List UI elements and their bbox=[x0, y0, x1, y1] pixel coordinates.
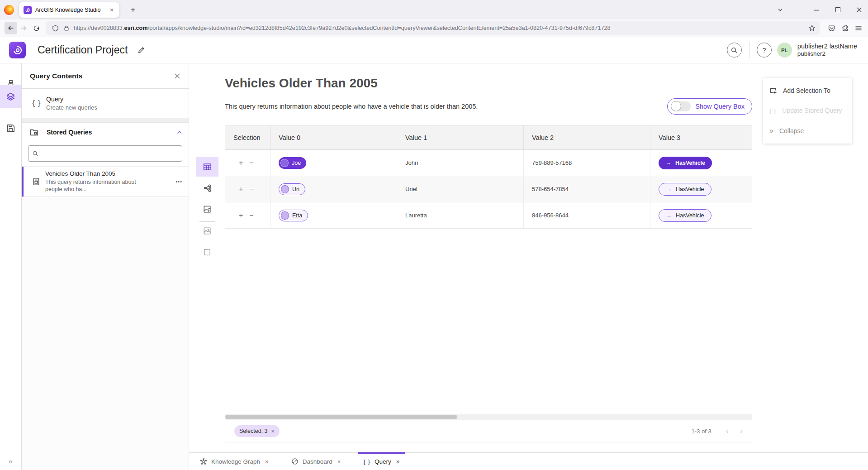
entity-dot-icon bbox=[281, 185, 289, 193]
pocket-icon[interactable] bbox=[825, 21, 838, 35]
value2-cell: 846-956-8644 bbox=[524, 202, 650, 228]
selected-indicator bbox=[22, 167, 24, 197]
entity-pill[interactable]: Joe bbox=[279, 157, 306, 169]
stored-queries-search[interactable] bbox=[28, 145, 182, 162]
toggle-switch bbox=[671, 101, 691, 111]
expand-rail-icon[interactable]: » bbox=[0, 456, 21, 466]
selection-tool-icon[interactable] bbox=[196, 242, 218, 262]
table-footer: Selected: 3 × 1-3 of 3 ‹ › bbox=[225, 420, 752, 442]
add-to-selection-button[interactable]: + bbox=[239, 212, 243, 219]
menu-item-update-stored-query[interactable]: { } Update Stored Query bbox=[763, 101, 852, 120]
page-title: Vehicles Older Than 2005 bbox=[225, 76, 378, 91]
panel-close-icon[interactable] bbox=[172, 71, 182, 81]
window-close-button[interactable] bbox=[849, 0, 868, 19]
entity-pill[interactable]: Uri bbox=[279, 183, 305, 195]
window-restore-button[interactable] bbox=[827, 0, 848, 19]
header-divider bbox=[749, 42, 749, 58]
add-to-selection-button[interactable]: + bbox=[239, 186, 243, 193]
table-empty-area bbox=[225, 229, 752, 414]
contents-layers-rail-icon[interactable] bbox=[0, 85, 21, 108]
entity-dot-icon bbox=[281, 211, 289, 220]
tracking-shield-icon[interactable] bbox=[52, 25, 59, 32]
help-button[interactable]: ? bbox=[757, 43, 772, 58]
query-results-table: Selection Value 0 Value 1 Value 2 Value … bbox=[225, 125, 752, 442]
dashboard-gauge-icon bbox=[291, 458, 299, 465]
relationship-pill[interactable]: →HasVehicle bbox=[659, 157, 712, 169]
tab-close-icon[interactable]: × bbox=[108, 5, 116, 14]
relationship-pill[interactable]: →HasVehicle bbox=[659, 183, 711, 196]
search-button[interactable] bbox=[727, 43, 742, 58]
menu-item-add-selection-to[interactable]: Add Selection To bbox=[763, 82, 852, 100]
relationship-pill[interactable]: →HasVehicle bbox=[659, 209, 711, 222]
reload-button[interactable] bbox=[30, 22, 43, 34]
add-to-selection-button[interactable]: + bbox=[239, 159, 243, 167]
query-item-description: Create new queries bbox=[46, 104, 97, 111]
query-item-label: Query bbox=[46, 96, 97, 103]
save-rail-icon[interactable] bbox=[0, 117, 21, 139]
folder-icon bbox=[30, 128, 38, 137]
browser-tab-strip: ArcGIS Knowledge Studio × + bbox=[0, 0, 868, 19]
forward-button[interactable] bbox=[17, 22, 30, 34]
remove-from-selection-button[interactable]: − bbox=[249, 212, 253, 219]
tab-dashboard[interactable]: Dashboard × bbox=[284, 453, 350, 470]
query-contents-panel: Query Contents { } Query Create new quer… bbox=[22, 63, 189, 470]
url-text: https://dev0028833.esri.com/portal/apps/… bbox=[74, 25, 807, 31]
column-header-value0: Value 0 bbox=[270, 125, 397, 149]
url-field[interactable]: https://dev0028833.esri.com/portal/apps/… bbox=[46, 21, 820, 35]
new-tab-button[interactable]: + bbox=[128, 5, 138, 15]
remove-from-selection-button[interactable]: − bbox=[249, 186, 253, 193]
stored-queries-title: Stored Queries bbox=[47, 129, 176, 136]
menu-item-collapse[interactable]: » Collapse bbox=[763, 122, 852, 140]
tab-close-icon[interactable]: × bbox=[395, 457, 401, 466]
window-minimize-button[interactable] bbox=[806, 0, 827, 19]
image-view-icon[interactable] bbox=[196, 221, 218, 241]
page-previous-icon[interactable]: ‹ bbox=[726, 427, 729, 436]
scrollbar-thumb[interactable] bbox=[225, 415, 457, 419]
table-row: + − Joe John 759-889-57168 →HasVehicle bbox=[225, 150, 752, 176]
value2-cell: 759-889-57168 bbox=[524, 150, 650, 176]
tab-query[interactable]: { } Query × bbox=[356, 453, 408, 470]
stored-query-item[interactable]: Vehicles Older Than 2005 This query retu… bbox=[22, 166, 189, 197]
tab-close-icon[interactable]: × bbox=[264, 457, 270, 466]
user-menu[interactable]: publisher2 lastName publisher2 bbox=[797, 42, 857, 58]
clear-selection-icon[interactable]: × bbox=[271, 428, 275, 435]
show-query-box-toggle[interactable]: Show Query Box bbox=[667, 98, 752, 115]
value1-cell: Uriel bbox=[397, 176, 524, 202]
arrow-right-icon: → bbox=[665, 159, 671, 166]
page-next-icon[interactable]: › bbox=[740, 427, 743, 436]
horizontal-scrollbar[interactable] bbox=[225, 414, 752, 420]
panel-empty-area bbox=[22, 197, 189, 470]
stored-queries-header[interactable]: Stored Queries bbox=[22, 123, 189, 142]
query-create-item[interactable]: { } Query Create new queries bbox=[22, 89, 189, 118]
add-selection-icon bbox=[769, 87, 777, 95]
table-header-row: Selection Value 0 Value 1 Value 2 Value … bbox=[225, 125, 752, 150]
hamburger-menu-icon[interactable] bbox=[852, 21, 865, 35]
remove-from-selection-button[interactable]: − bbox=[249, 159, 253, 167]
browser-toolbar: https://dev0028833.esri.com/portal/apps/… bbox=[0, 19, 868, 37]
extensions-puzzle-icon[interactable] bbox=[838, 21, 852, 35]
bookmark-star-icon[interactable] bbox=[808, 24, 816, 32]
page-description: This query returns information about peo… bbox=[225, 103, 478, 110]
panel-separator bbox=[22, 118, 189, 123]
link-chart-view-icon[interactable] bbox=[196, 178, 218, 198]
back-button[interactable] bbox=[5, 22, 17, 34]
entity-pill[interactable]: Etta bbox=[279, 210, 308, 221]
user-name: publisher2 lastName bbox=[797, 42, 857, 50]
tab-knowledge-graph[interactable]: Knowledge Graph × bbox=[192, 453, 277, 470]
search-icon bbox=[32, 150, 38, 157]
map-view-icon[interactable] bbox=[196, 199, 218, 219]
app-header: Certification Project ? PL publisher2 la… bbox=[0, 37, 868, 63]
bottom-tab-bar: Knowledge Graph × Dashboard × { } Query … bbox=[189, 452, 868, 470]
selected-count-chip[interactable]: Selected: 3 × bbox=[234, 425, 280, 437]
tab-close-icon[interactable]: × bbox=[337, 457, 342, 466]
user-avatar[interactable]: PL bbox=[777, 43, 792, 58]
tab-list-chevron-icon[interactable] bbox=[770, 0, 791, 19]
collapse-double-chevron-icon: » bbox=[769, 127, 773, 135]
stored-queries-search-input[interactable] bbox=[42, 150, 178, 157]
item-options-ellipsis-icon[interactable]: ••• bbox=[174, 177, 184, 186]
firefox-icon[interactable] bbox=[4, 5, 14, 15]
lock-icon[interactable] bbox=[63, 25, 70, 31]
table-view-icon[interactable] bbox=[196, 157, 218, 177]
browser-tab[interactable]: ArcGIS Knowledge Studio × bbox=[19, 2, 119, 18]
edit-pencil-icon[interactable] bbox=[138, 46, 145, 54]
